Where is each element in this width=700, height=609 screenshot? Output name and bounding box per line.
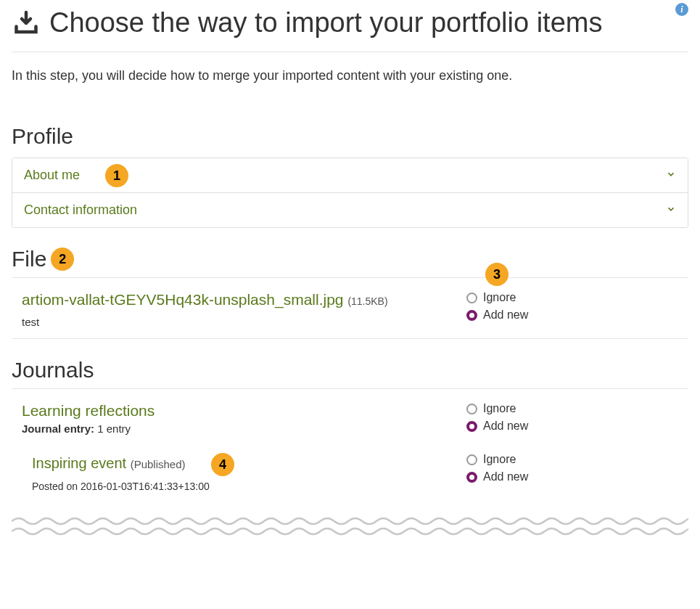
journal-entry-posted: Posted on 2016-01-03T16:41:33+13:00 bbox=[32, 481, 446, 492]
radio-addnew[interactable]: Add new bbox=[466, 308, 678, 322]
intro-text: In this step, you will decide how to mer… bbox=[12, 52, 688, 105]
file-desc: test bbox=[22, 316, 446, 328]
journal-row: Learning reflections Journal entry: 1 en… bbox=[12, 396, 688, 447]
radio-label: Ignore bbox=[483, 291, 516, 304]
radio-icon[interactable] bbox=[466, 310, 477, 321]
file-size: (11.5KB) bbox=[347, 295, 387, 307]
journal-name[interactable]: Learning reflections bbox=[22, 402, 446, 420]
journal-meta-value: 1 entry bbox=[97, 422, 131, 435]
badge-3: 3 bbox=[485, 263, 508, 286]
chevron-down-icon bbox=[666, 204, 676, 217]
profile-section-title: Profile bbox=[12, 124, 688, 149]
radio-label: Add new bbox=[483, 420, 528, 433]
journal-entry-actions: Ignore Add new bbox=[461, 453, 678, 492]
radio-ignore[interactable]: Ignore bbox=[466, 453, 678, 466]
journal-entry-name[interactable]: Inspiring event bbox=[32, 455, 126, 471]
accordion-item-contact[interactable]: Contact information bbox=[12, 193, 688, 227]
divider bbox=[12, 338, 688, 339]
journal-actions: Ignore Add new bbox=[461, 402, 678, 437]
badge-2: 2 bbox=[51, 248, 74, 271]
radio-label: Ignore bbox=[483, 453, 516, 466]
info-icon[interactable]: i bbox=[675, 3, 688, 16]
journals-section: Journals Learning reflections Journal en… bbox=[12, 358, 688, 537]
radio-label: Ignore bbox=[483, 402, 516, 415]
file-entry-row: artiom-vallat-tGEYV5Hq43k-unsplash_small… bbox=[12, 285, 688, 338]
page-title: Choose the way to import your portfolio … bbox=[49, 7, 688, 38]
journal-meta-label: Journal entry: bbox=[22, 422, 94, 435]
divider bbox=[12, 388, 688, 389]
file-entry-title: artiom-vallat-tGEYV5Hq43k-unsplash_small… bbox=[22, 291, 446, 308]
radio-icon[interactable] bbox=[466, 454, 477, 465]
radio-addnew[interactable]: Add new bbox=[466, 470, 678, 483]
file-section-title: File bbox=[12, 247, 46, 271]
chevron-down-icon bbox=[666, 169, 676, 182]
badge-4: 4 bbox=[211, 453, 234, 476]
journal-entry-status: (Published) bbox=[131, 458, 186, 470]
file-section: File 2 3 artiom-vallat-tGEYV5Hq43k-unspl… bbox=[12, 247, 688, 339]
wavy-divider bbox=[12, 515, 688, 537]
import-icon bbox=[12, 10, 41, 36]
accordion-item-about-me[interactable]: About me 1 bbox=[12, 158, 688, 193]
journal-entry-title: Inspiring event (Published) 4 bbox=[32, 453, 446, 476]
divider bbox=[12, 277, 688, 278]
page-header: Choose the way to import your portfolio … bbox=[12, 0, 688, 52]
journal-meta: Journal entry: 1 entry bbox=[22, 422, 446, 435]
badge-1: 1 bbox=[105, 164, 128, 187]
radio-label: Add new bbox=[483, 470, 528, 483]
accordion-label: About me bbox=[24, 168, 80, 183]
radio-ignore[interactable]: Ignore bbox=[466, 291, 678, 304]
radio-icon[interactable] bbox=[466, 472, 477, 483]
radio-label: Add new bbox=[483, 308, 528, 322]
radio-ignore[interactable]: Ignore bbox=[466, 402, 678, 415]
radio-addnew[interactable]: Add new bbox=[466, 420, 678, 433]
accordion-label: Contact information bbox=[24, 203, 137, 218]
radio-icon[interactable] bbox=[466, 293, 477, 303]
file-actions: Ignore Add new bbox=[461, 291, 678, 328]
profile-accordion: About me 1 Contact information bbox=[12, 158, 688, 228]
journal-entry-row: Inspiring event (Published) 4 Posted on … bbox=[12, 447, 688, 502]
journals-section-title: Journals bbox=[12, 358, 688, 383]
radio-icon[interactable] bbox=[466, 404, 477, 414]
radio-icon[interactable] bbox=[466, 421, 477, 432]
file-name: artiom-vallat-tGEYV5Hq43k-unsplash_small… bbox=[22, 291, 344, 308]
